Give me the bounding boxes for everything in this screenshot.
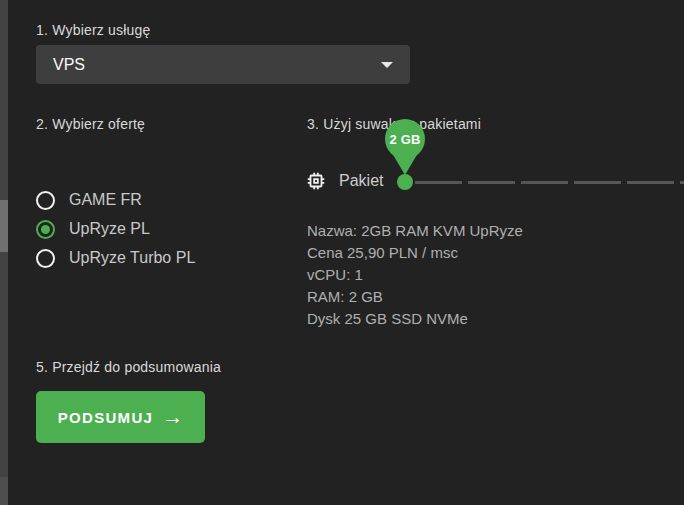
scrollbar-thumb[interactable]	[0, 200, 8, 252]
radio-option-upryze-turbo-pl[interactable]: UpRyze Turbo PL	[36, 247, 195, 269]
slider-track[interactable]	[415, 181, 684, 184]
detail-vcpu: vCPU: 1	[307, 264, 523, 286]
package-details: Nazwa: 2GB RAM KVM UpRyze Cena 25,90 PLN…	[307, 220, 523, 330]
step2-label: 2. Wybierz ofertę	[36, 116, 145, 132]
podsumuj-button[interactable]: PODSUMUJ →	[36, 391, 205, 443]
detail-price: Cena 25,90 PLN / msc	[307, 242, 523, 264]
radio-option-upryze-pl[interactable]: UpRyze PL	[36, 218, 150, 240]
slider-tooltip: 2 GB	[385, 119, 425, 159]
slider-handle[interactable]	[397, 174, 413, 190]
radio-option-game-fr[interactable]: GAME FR	[36, 189, 142, 211]
podsumuj-button-label: PODSUMUJ	[58, 409, 153, 426]
scrollbar-thumb-secondary[interactable]	[0, 477, 8, 505]
radio-button-icon	[36, 249, 55, 268]
service-select-value: VPS	[53, 56, 85, 74]
detail-name: Nazwa: 2GB RAM KVM UpRyze	[307, 220, 523, 242]
slider-tooltip-value: 2 GB	[389, 132, 420, 147]
arrow-right-icon: →	[162, 406, 183, 427]
cpu-chip-icon	[305, 170, 327, 192]
radio-button-icon	[36, 191, 55, 210]
detail-ram: RAM: 2 GB	[307, 286, 523, 308]
radio-option-label: GAME FR	[69, 191, 142, 209]
step5-label: 5. Przejdź do podsumowania	[36, 359, 221, 375]
scrollbar[interactable]	[0, 0, 8, 505]
chevron-down-icon	[381, 62, 393, 68]
service-select[interactable]: VPS	[36, 45, 410, 84]
step1-label: 1. Wybierz usługę	[36, 22, 151, 38]
detail-disk: Dysk 25 GB SSD NVMe	[307, 308, 523, 330]
radio-option-label: UpRyze Turbo PL	[69, 249, 195, 267]
slider-label: Pakiet	[339, 172, 383, 190]
radio-button-icon	[36, 220, 55, 239]
radio-option-label: UpRyze PL	[69, 220, 150, 238]
